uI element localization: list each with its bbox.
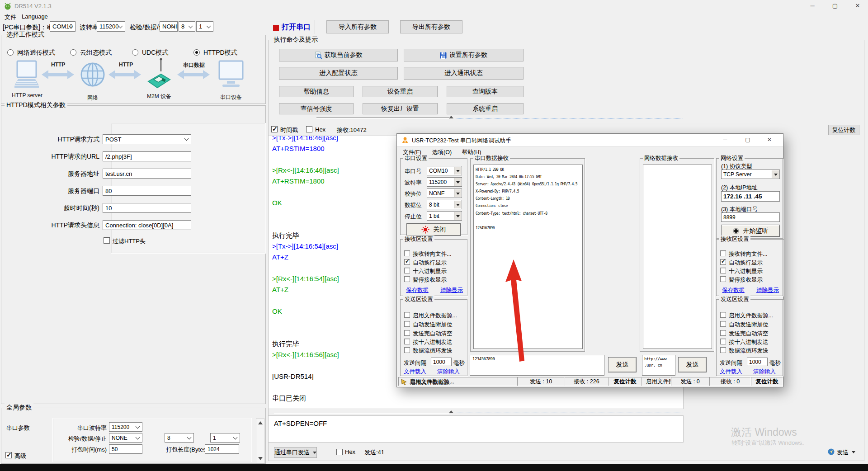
radio-httpd[interactable]: [193, 49, 200, 56]
net-clear-after-send-label[interactable]: 发送完自动清空: [729, 330, 769, 338]
dropdown-icon[interactable]: [454, 167, 461, 174]
send-interval-field[interactable]: 1000: [431, 358, 452, 366]
auto-send-suffix-label[interactable]: 自动发送附加位: [413, 321, 453, 329]
net-auto-send-suffix-label[interactable]: 自动发送附加位: [729, 321, 769, 329]
file-data-source-label[interactable]: 启用文件数据源...: [413, 312, 457, 320]
local-port-field[interactable]: 8899: [721, 212, 780, 222]
net-recv-to-file-checkbox[interactable]: [720, 250, 726, 256]
radio-cloud-label[interactable]: 云组态模式: [80, 49, 112, 57]
clear-display-link[interactable]: 清除显示: [440, 287, 463, 294]
usr-net-send-input[interactable]: http://www .usr. cn: [642, 355, 675, 376]
net-file-data-source-label[interactable]: 启用文件数据源...: [729, 312, 773, 320]
protocol-type-select[interactable]: TCP Server: [721, 170, 780, 179]
net-hex-display-label[interactable]: 十六进制显示: [729, 268, 763, 275]
send-as-hex-label[interactable]: 按十六进制发送: [413, 339, 453, 346]
filter-http-checkbox[interactable]: [104, 237, 110, 244]
dropdown-icon[interactable]: [454, 201, 461, 208]
usr-serial-send-button[interactable]: 发送: [608, 357, 637, 372]
send-as-hex-checkbox[interactable]: [404, 339, 410, 344]
load-file-link[interactable]: 文件载入: [404, 368, 426, 376]
reset-count-button[interactable]: 复位计数: [828, 125, 859, 135]
net-loop-send-label[interactable]: 数据流循环发送: [729, 347, 769, 355]
get-params-button[interactable]: 获取当前参数: [279, 49, 398, 61]
scroll-down-icon[interactable]: [258, 457, 263, 460]
clear-input-link[interactable]: 清除输入: [437, 368, 460, 376]
hex-checkbox[interactable]: [306, 126, 312, 132]
clear-after-send-label[interactable]: 发送完自动清空: [413, 330, 453, 338]
net-recv-to-file-label[interactable]: 接收转向文件...: [729, 250, 767, 258]
global-scrollbar[interactable]: [256, 418, 264, 463]
chevron-down-icon[interactable]: [852, 451, 855, 453]
send-via-serial-button[interactable]: 通过串口发送: [274, 447, 317, 458]
net-clear-after-send-checkbox[interactable]: [720, 330, 726, 336]
net-pause-recv-label[interactable]: 暂停接收显示: [729, 276, 763, 284]
global-baud-select[interactable]: 115200: [109, 422, 142, 432]
bottom-send-button[interactable]: 发送: [837, 448, 849, 457]
loop-send-checkbox[interactable]: [404, 347, 410, 353]
clear-after-send-checkbox[interactable]: [404, 330, 410, 336]
net-clear-display-link[interactable]: 清除显示: [756, 287, 779, 294]
net-load-file-link[interactable]: 文件载入: [720, 368, 742, 376]
dropdown-icon[interactable]: [454, 189, 461, 197]
device-reboot-button[interactable]: 设备重启: [363, 86, 438, 97]
splitter-top-dotted[interactable]: [455, 118, 683, 118]
scroll-up-icon[interactable]: [258, 421, 263, 424]
net-save-data-link[interactable]: 保存数据: [722, 287, 745, 294]
global-databits-select[interactable]: 8: [165, 433, 194, 443]
http-header-field[interactable]: Connection: close[0D][0A]: [103, 220, 191, 230]
usr-status-serial-reset-count[interactable]: 复位计数: [609, 377, 642, 386]
usr-net-send-button[interactable]: 发送: [678, 357, 707, 372]
pause-recv-checkbox[interactable]: [404, 276, 410, 282]
hex-label[interactable]: Hex: [315, 126, 326, 133]
net-file-data-source-checkbox[interactable]: [720, 312, 726, 318]
dropdown-icon[interactable]: [772, 170, 779, 178]
usr-status-enable-file-source[interactable]: 启用文件数据源...: [398, 377, 517, 386]
loop-send-label[interactable]: 数据流循环发送: [413, 347, 453, 355]
usr-menu-options[interactable]: 选项(O): [432, 149, 452, 156]
global-stopbits-select[interactable]: 1: [210, 433, 240, 443]
radio-udc[interactable]: [132, 49, 138, 56]
usr-serial-send-input[interactable]: 1234567890: [470, 355, 604, 376]
radio-udc-label[interactable]: UDC模式: [142, 49, 168, 57]
advanced-label[interactable]: 高级: [14, 452, 26, 460]
net-send-interval-field[interactable]: 1000: [747, 358, 768, 366]
usr-maximize-button[interactable]: ▢: [741, 136, 754, 144]
radio-httpd-label[interactable]: HTTPD模式: [203, 49, 237, 57]
net-auto-send-suffix-checkbox[interactable]: [720, 321, 726, 327]
usr-stopbits-select[interactable]: 1 bit: [427, 211, 462, 221]
server-addr-field[interactable]: test.usr.cn: [103, 169, 191, 179]
timestamp-label[interactable]: 时间戳: [280, 126, 298, 134]
net-auto-wrap-label[interactable]: 自动换行显示: [729, 259, 763, 267]
timeout-field[interactable]: 10: [103, 203, 191, 213]
parity-select[interactable]: NONI: [160, 21, 178, 32]
usr-close-serial-button[interactable]: 关闭: [406, 223, 461, 236]
net-auto-wrap-checkbox[interactable]: [720, 259, 726, 265]
factory-reset-button[interactable]: 恢复出厂设置: [363, 103, 438, 114]
stopbits-select[interactable]: 1: [196, 21, 213, 32]
databits-select[interactable]: 8: [179, 21, 195, 32]
net-send-as-hex-label[interactable]: 按十六进制发送: [729, 339, 769, 346]
http-method-select[interactable]: POST: [103, 134, 191, 144]
global-parity-select[interactable]: NONE: [109, 433, 142, 443]
enter-config-button[interactable]: 进入配置状态: [279, 67, 398, 80]
send-hex-checkbox[interactable]: [336, 449, 343, 455]
local-ip-field[interactable]: 172.16 .11 .45: [721, 191, 780, 202]
splitter-top[interactable]: [316, 117, 449, 119]
menu-language[interactable]: Language: [22, 13, 48, 20]
filter-http-label[interactable]: 过滤HTTP头: [113, 237, 146, 245]
pack-len-field[interactable]: 1024: [205, 444, 239, 454]
enter-comm-button[interactable]: 进入通讯状态: [404, 67, 524, 80]
advanced-checkbox[interactable]: [5, 452, 12, 458]
server-port-field[interactable]: 80: [103, 186, 191, 196]
signal-strength-button[interactable]: 查信号强度: [279, 103, 354, 114]
start-listen-button[interactable]: 开始监听: [721, 225, 780, 237]
usr-parity-select[interactable]: NONE: [427, 188, 462, 198]
usr-net-recv-area[interactable]: [643, 165, 712, 349]
baud-select[interactable]: 115200: [97, 21, 125, 32]
net-clear-input-link[interactable]: 清除输入: [753, 368, 776, 376]
timestamp-checkbox[interactable]: [271, 126, 278, 132]
splitter-collapse-icon[interactable]: [449, 410, 453, 413]
query-version-button[interactable]: 查询版本: [447, 86, 524, 97]
menu-file[interactable]: 文件: [5, 13, 16, 21]
pack-time-field[interactable]: 50: [109, 444, 142, 454]
